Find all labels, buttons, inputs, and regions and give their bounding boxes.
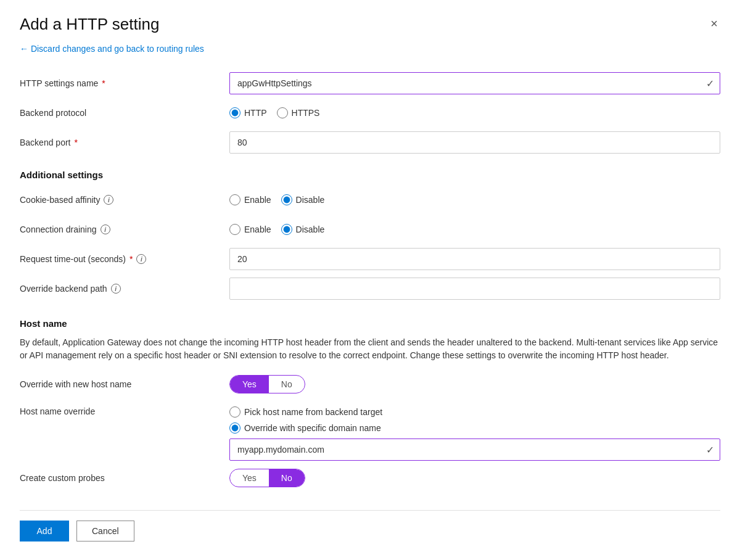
http-settings-name-control: ✓ [229,72,720,94]
backend-port-control [229,131,720,154]
drain-disable-option[interactable]: Disable [281,224,325,235]
backend-protocol-radio-group: HTTP HTTPS [229,107,720,118]
override-new-host-name-label: Override with new host name [20,379,229,389]
cancel-button[interactable]: Cancel [76,521,134,541]
back-link[interactable]: ← Discard changes and go back to routing… [20,44,204,54]
request-timeout-label: Request time-out (seconds) * i [20,254,229,264]
connection-draining-info-icon[interactable]: i [101,224,110,234]
override-specific-domain-label: Override with specific domain name [244,423,381,433]
drain-enable-option[interactable]: Enable [229,224,271,235]
drain-enable-label: Enable [244,224,271,234]
cookie-disable-radio[interactable] [281,194,292,205]
create-custom-probes-label: Create custom probes [20,473,229,483]
host-name-override-label: Host name override [20,406,229,416]
bottom-buttons: Add Cancel [20,521,720,541]
protocol-http-option[interactable]: HTTP [229,107,267,118]
connection-draining-radio-group: Enable Disable [229,224,720,235]
request-timeout-row: Request time-out (seconds) * i [20,247,720,271]
create-custom-probes-row: Create custom probes Yes No [20,466,720,490]
backend-protocol-control: HTTP HTTPS [229,107,720,118]
cookie-affinity-label: Cookie-based affinity i [20,195,229,205]
protocol-https-radio[interactable] [277,107,288,118]
cookie-affinity-row: Cookie-based affinity i Enable Disable [20,187,720,212]
domain-check-icon: ✓ [706,444,714,456]
panel-title: Add a HTTP setting [20,15,159,34]
domain-input-wrapper: ✓ [229,439,720,461]
override-backend-path-control [229,278,720,300]
drain-enable-radio[interactable] [229,224,240,235]
backend-protocol-row: Backend protocol HTTP HTTPS [20,101,720,125]
http-settings-name-input-wrapper: ✓ [229,72,720,94]
panel-header: Add a HTTP setting × [20,15,720,34]
connection-draining-control: Enable Disable [229,224,720,235]
protocol-http-label: HTTP [244,108,267,118]
cookie-affinity-control: Enable Disable [229,194,720,205]
override-backend-path-input[interactable] [229,278,720,300]
pick-from-backend-label: Pick host name from backend target [244,407,382,417]
create-custom-probes-control: Yes No [229,469,720,487]
request-timeout-info-icon[interactable]: i [136,254,146,264]
http-settings-name-input[interactable] [229,72,720,94]
override-new-host-name-row: Override with new host name Yes No [20,372,720,397]
custom-probes-yes-button[interactable]: Yes [230,469,269,487]
connection-draining-label: Connection draining i [20,224,229,234]
form-section: HTTP settings name * ✓ Backend protocol … [20,71,720,495]
override-specific-domain-option[interactable]: Override with specific domain name [229,422,720,434]
override-host-yes-button[interactable]: Yes [230,376,269,393]
host-name-section-title: Host name [20,318,720,329]
host-name-override-row: Host name override Pick host name from b… [20,401,720,461]
additional-settings-title: Additional settings [20,170,720,180]
request-timeout-input[interactable] [229,248,720,270]
http-settings-name-row: HTTP settings name * ✓ [20,71,720,96]
backend-protocol-label: Backend protocol [20,108,229,118]
add-button[interactable]: Add [20,521,69,541]
override-new-host-name-control: Yes No [229,375,720,393]
cookie-disable-label: Disable [296,195,325,205]
pick-from-backend-radio[interactable] [229,406,240,418]
required-star-name: * [102,78,105,88]
cookie-enable-option[interactable]: Enable [229,194,271,205]
protocol-http-radio[interactable] [229,107,240,118]
override-new-host-name-toggle: Yes No [229,375,305,393]
connection-draining-row: Connection draining i Enable Disable [20,217,720,242]
check-icon: ✓ [706,78,714,89]
override-specific-domain-radio[interactable] [229,422,240,434]
protocol-https-label: HTTPS [292,108,320,118]
http-settings-name-label: HTTP settings name * [20,78,229,88]
host-override-options: Pick host name from backend target Overr… [229,406,720,461]
required-star-port: * [75,138,78,147]
backend-port-row: Backend port * [20,130,720,155]
request-timeout-control [229,248,720,270]
cookie-disable-option[interactable]: Disable [281,194,325,205]
cookie-enable-radio[interactable] [229,194,240,205]
cookie-affinity-radio-group: Enable Disable [229,194,720,205]
backend-port-label: Backend port * [20,138,229,147]
drain-disable-label: Disable [296,224,325,234]
drain-disable-radio[interactable] [281,224,292,235]
close-button[interactable]: × [708,15,720,32]
protocol-https-option[interactable]: HTTPS [277,107,320,118]
override-backend-path-row: Override backend path i [20,276,720,301]
create-custom-probes-toggle: Yes No [229,469,305,487]
host-name-description: By default, Application Gateway does not… [20,336,720,362]
override-path-info-icon[interactable]: i [111,284,121,294]
cookie-enable-label: Enable [244,195,271,205]
bottom-divider [20,510,720,511]
override-backend-path-label: Override backend path i [20,284,229,294]
backend-port-input[interactable] [229,131,720,154]
override-host-no-button[interactable]: No [269,376,305,393]
add-http-setting-panel: Add a HTTP setting × ← Discard changes a… [0,0,740,560]
custom-probes-no-button[interactable]: No [269,469,305,487]
domain-name-input[interactable] [229,439,720,461]
required-star-timeout: * [130,254,133,264]
pick-from-backend-option[interactable]: Pick host name from backend target [229,406,720,418]
cookie-affinity-info-icon[interactable]: i [104,195,113,205]
host-name-override-control: Pick host name from backend target Overr… [229,406,720,461]
